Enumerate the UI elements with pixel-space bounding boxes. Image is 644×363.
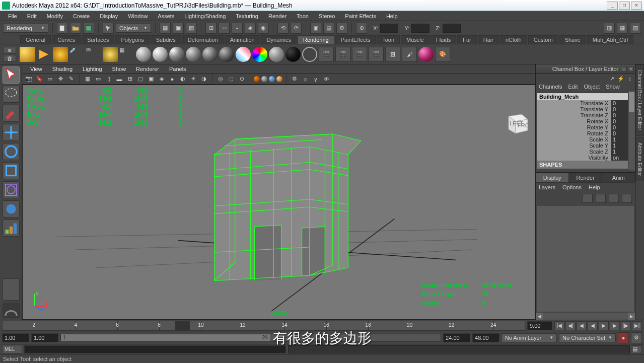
shelf-tab-fur[interactable]: Fur bbox=[457, 35, 477, 44]
menu-window[interactable]: Window bbox=[123, 12, 153, 20]
step-forward-button[interactable]: ▶ bbox=[610, 321, 620, 330]
menu-display[interactable]: Display bbox=[95, 12, 123, 20]
channel-attr-row[interactable]: Scale X1 bbox=[537, 136, 633, 142]
clapboard-2-icon[interactable]: 🎬 bbox=[335, 47, 350, 62]
vtab-attribute-editor[interactable]: Attribute Editor bbox=[635, 137, 644, 181]
vp-textured-icon[interactable]: ◐ bbox=[178, 75, 187, 84]
shelf-tab-deformation[interactable]: Deformation bbox=[182, 35, 224, 44]
vp-2d-pan-icon[interactable]: ✥ bbox=[56, 75, 65, 84]
snap-live-button[interactable]: ◉ bbox=[258, 23, 269, 34]
vp-grid-icon[interactable]: ▦ bbox=[83, 75, 92, 84]
render-settings-button[interactable]: ⚙ bbox=[336, 23, 347, 34]
shelf-tab-general[interactable]: General bbox=[20, 35, 51, 44]
vp-menu-lighting[interactable]: Lighting bbox=[78, 65, 107, 73]
z-input[interactable] bbox=[443, 24, 461, 33]
new-scene-button[interactable] bbox=[57, 23, 68, 34]
vp-menu-shading[interactable]: Shading bbox=[47, 65, 78, 73]
shelf-tab-fluids[interactable]: Fluids bbox=[431, 35, 456, 44]
vp-menu-show[interactable]: Show bbox=[107, 65, 131, 73]
channel-scrollbar[interactable] bbox=[628, 92, 635, 170]
mail-icon[interactable]: ✉ bbox=[86, 47, 101, 62]
vp-safe-action-icon[interactable]: ▢ bbox=[136, 75, 145, 84]
layered-sphere-icon[interactable] bbox=[236, 47, 251, 62]
sel-by-component-button[interactable]: ▨ bbox=[186, 23, 197, 34]
minimize-button[interactable]: _ bbox=[607, 2, 618, 10]
vp-isolate-icon[interactable]: ◎ bbox=[216, 75, 225, 84]
light-point-icon[interactable] bbox=[53, 47, 68, 62]
script-language-label[interactable]: MEL bbox=[2, 345, 22, 353]
cb-menu-object[interactable]: Object bbox=[584, 84, 600, 91]
shelf-tab-painteffects[interactable]: PaintEffects bbox=[335, 35, 376, 44]
x-input[interactable] bbox=[380, 24, 398, 33]
channel-attr-row[interactable]: Translate Y0 bbox=[537, 106, 633, 112]
channel-attr-row[interactable]: Scale Z1 bbox=[537, 149, 633, 155]
anim-start-field[interactable] bbox=[2, 333, 29, 342]
layer-menu-options[interactable]: Options bbox=[562, 184, 582, 190]
sidebar-toggle-2[interactable]: ▦ bbox=[617, 23, 628, 34]
menu-edit[interactable]: Edit bbox=[22, 12, 42, 20]
layer-move-down-button[interactable] bbox=[622, 194, 632, 203]
anisotropic-sphere-icon[interactable] bbox=[202, 47, 218, 62]
menu-modify[interactable]: Modify bbox=[42, 12, 68, 20]
vp-grease-icon[interactable]: ✎ bbox=[66, 75, 76, 84]
scroll-left-icon[interactable]: ◀ bbox=[536, 313, 543, 320]
last-tool[interactable] bbox=[3, 278, 20, 301]
step-back-button[interactable]: ◀ bbox=[577, 321, 587, 330]
cb-menu-edit[interactable]: Edit bbox=[568, 84, 578, 91]
soft-mod-tool[interactable] bbox=[3, 200, 20, 217]
shelf-trash-button[interactable]: 🗑 bbox=[3, 55, 16, 62]
light-sphere-icon[interactable] bbox=[269, 47, 284, 62]
channel-attr-row[interactable]: Translate Z0 bbox=[537, 112, 633, 118]
layer-tab-display[interactable]: Display bbox=[536, 173, 569, 183]
phong-sphere-icon[interactable] bbox=[169, 47, 184, 62]
ramp-sphere-icon[interactable] bbox=[219, 47, 234, 62]
vp-light-icon[interactable]: ☀ bbox=[189, 75, 198, 84]
channel-hyper-icon[interactable]: ↕ bbox=[626, 75, 634, 83]
scrollbar-thumb[interactable] bbox=[629, 92, 634, 112]
close-button[interactable]: × bbox=[631, 2, 642, 10]
snap-grid-button[interactable]: ⊞ bbox=[205, 23, 217, 34]
light-spot-icon[interactable] bbox=[36, 47, 51, 62]
panel-minimize-button[interactable]: – bbox=[621, 66, 627, 72]
vp-select-camera-icon[interactable]: 📷 bbox=[24, 75, 33, 84]
shelf-tab-toon[interactable]: Toon bbox=[377, 35, 400, 44]
anim-layer-dropdown[interactable]: No Anim Layer▼ bbox=[502, 333, 557, 342]
save-scene-button[interactable] bbox=[83, 23, 94, 34]
shelf-tab-shave[interactable]: Shave bbox=[559, 35, 586, 44]
snap-curve-button[interactable]: 〰 bbox=[219, 23, 230, 34]
cb-menu-show[interactable]: Show bbox=[606, 84, 620, 91]
matcap-2-icon[interactable] bbox=[261, 76, 267, 82]
light-directional-icon[interactable] bbox=[20, 47, 35, 62]
range-bar[interactable]: 1 24 bbox=[61, 334, 270, 341]
menu-help[interactable]: Help bbox=[381, 12, 403, 20]
vp-wireframe-icon[interactable]: ◈ bbox=[157, 75, 166, 84]
dark-sphere-icon[interactable] bbox=[285, 47, 301, 62]
vp-menu-renderer[interactable]: Renderer bbox=[131, 65, 164, 73]
brush-icon[interactable]: 🖌 bbox=[402, 47, 417, 62]
lasso-tool[interactable] bbox=[3, 86, 20, 103]
vp-menu-view[interactable]: View bbox=[25, 65, 47, 73]
channel-attr-row[interactable]: Scale Y1 bbox=[537, 142, 633, 149]
layer-list-area[interactable] bbox=[537, 206, 634, 312]
layer-tab-anim[interactable]: Anim bbox=[602, 173, 635, 183]
vp-image-plane-icon[interactable]: ▭ bbox=[45, 75, 54, 84]
anim-prefs-button[interactable]: ⚙ bbox=[631, 332, 642, 343]
history-button[interactable]: ⟲ bbox=[277, 23, 289, 34]
anim-end-field[interactable] bbox=[472, 333, 499, 342]
selection-mask-button[interactable] bbox=[103, 23, 114, 34]
go-end-button[interactable]: ▶| bbox=[632, 321, 642, 330]
channel-attr-row[interactable]: Translate X0 bbox=[537, 100, 633, 106]
shelf-tab-animation[interactable]: Animation bbox=[225, 35, 260, 44]
vtab-channel-box---layer-editor[interactable]: Channel Box / Layer Editor bbox=[635, 64, 644, 136]
shelf-tab-muscle[interactable]: Muscle bbox=[401, 35, 430, 44]
matcap-4-icon[interactable] bbox=[276, 76, 282, 82]
go-start-button[interactable]: |◀ bbox=[554, 321, 564, 330]
shelf-tab-dynamics[interactable]: Dynamics bbox=[261, 35, 297, 44]
vp-film-gate-icon[interactable]: ▭ bbox=[94, 75, 103, 84]
phonge-sphere-icon[interactable] bbox=[186, 47, 201, 62]
paint-select-tool[interactable] bbox=[3, 105, 20, 122]
shelf-tab-hair[interactable]: Hair bbox=[478, 35, 499, 44]
universal-manip-tool[interactable] bbox=[3, 181, 20, 198]
channel-attr-row[interactable]: Rotate Y0 bbox=[537, 124, 633, 130]
shelf-tab-surfaces[interactable]: Surfaces bbox=[82, 35, 114, 44]
